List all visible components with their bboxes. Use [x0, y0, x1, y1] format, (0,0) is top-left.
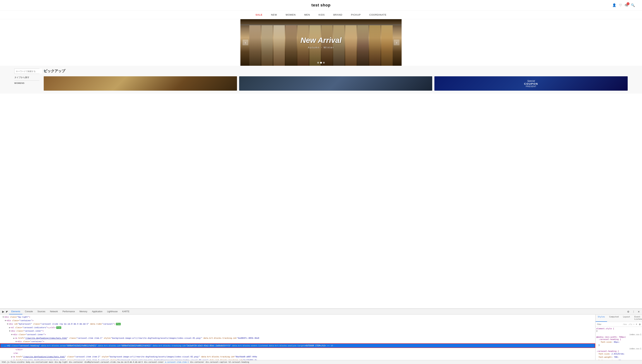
hero-dot-3[interactable]	[323, 62, 325, 64]
nav-coordinate[interactable]: COORDINATE	[369, 14, 386, 16]
coupon-special: Special	[527, 80, 535, 82]
hero-carousel: New Arrival Autumn - Winter ‹ ›	[240, 19, 402, 66]
wishlist-icon[interactable]: ♡	[619, 3, 622, 7]
pickup-card-3[interactable]: Special COUPON PRESENT	[434, 76, 628, 91]
pickup-card-1[interactable]	[44, 76, 237, 91]
sidebar: 🔍 タイプから探す WOMENS	[14, 68, 40, 91]
hero-next-button[interactable]: ›	[394, 40, 400, 45]
main-nav: SALE NEW WOMEN MEN KIDS BRAND PICKUP COO…	[0, 10, 642, 19]
coupon-sub: PRESENT	[526, 85, 536, 88]
website-container: test shop 👤 ♡ 🛍 1 🔍 SALE NEW WOMEN MEN K…	[0, 0, 642, 308]
pickup-section: ピックアップ Special COUPON PRESENT	[44, 68, 628, 91]
hero-dot-2[interactable]	[320, 62, 322, 64]
coupon-main: COUPON	[524, 82, 538, 85]
site-title: test shop	[312, 3, 331, 8]
cart-badge: 1	[626, 2, 630, 5]
pickup-card-2[interactable]	[239, 76, 432, 91]
womens-label: WOMENS	[14, 82, 40, 84]
nav-brand[interactable]: BRAND	[333, 14, 342, 16]
hero-title: New Arrival	[300, 36, 342, 44]
hero-subtitle: Autumn - Winter	[308, 46, 334, 49]
hero-dot-1[interactable]	[317, 62, 319, 64]
hero-prev-button[interactable]: ‹	[242, 40, 248, 45]
content-section: 🔍 タイプから探す WOMENS ピックアップ Special COUPON	[0, 66, 642, 94]
nav-kids[interactable]: KIDS	[319, 14, 325, 16]
nav-women[interactable]: WOMEN	[286, 14, 296, 16]
nav-men[interactable]: MEN	[304, 14, 310, 16]
cart-icon[interactable]: 🛍 1	[625, 4, 628, 7]
pickup-title: ピックアップ	[44, 68, 628, 74]
nav-sale[interactable]: SALE	[256, 14, 262, 16]
top-bar: test shop 👤 ♡ 🛍 1 🔍	[0, 0, 642, 10]
account-icon[interactable]: 👤	[612, 3, 616, 7]
hero-overlay: New Arrival Autumn - Winter	[240, 19, 402, 66]
hero-dots	[317, 62, 325, 64]
search-icon[interactable]: 🔍	[631, 3, 635, 7]
search-input[interactable]	[14, 69, 42, 74]
nav-pickup[interactable]: PICKUP	[351, 14, 360, 16]
type-search-label: タイプから探す	[14, 76, 40, 80]
coupon-overlay: Special COUPON PRESENT	[434, 76, 628, 91]
top-icons: 👤 ♡ 🛍 1 🔍	[612, 3, 635, 7]
search-box: 🔍	[14, 68, 40, 74]
nav-new[interactable]: NEW	[271, 14, 277, 16]
pickup-grid: Special COUPON PRESENT	[44, 76, 628, 91]
